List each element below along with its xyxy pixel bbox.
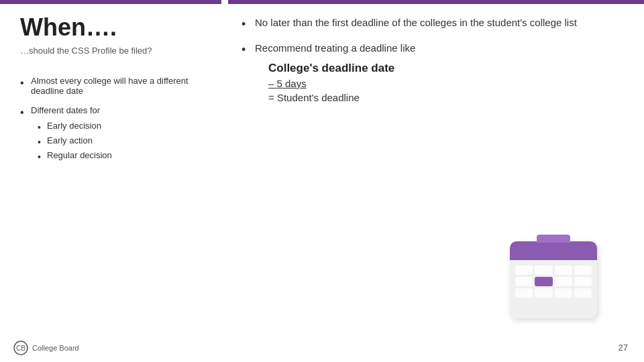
calendar-header xyxy=(510,241,597,260)
left-column: When…. …should the CSS Profile be filed?… xyxy=(20,13,221,174)
left-bullet-2-content: Different dates for • Early decision • E… xyxy=(31,105,112,165)
sub-bullet-dot-1: • xyxy=(38,122,42,133)
right-column: • No later than the first deadline of th… xyxy=(241,17,631,114)
right-bullet-2-content: Recommend treating a deadline like Colle… xyxy=(255,42,415,103)
cal-cell xyxy=(555,277,572,286)
sub-bullet-list: • Early decision • Early action • Regula… xyxy=(38,121,112,162)
calendar-illustration xyxy=(510,241,604,328)
slide-title: When…. xyxy=(20,13,221,42)
recommend-block: College's deadline date – 5 days = Stude… xyxy=(268,62,415,103)
sub-bullet-regular-decision: • Regular decision xyxy=(38,150,112,162)
sub-bullet-regular-decision-text: Regular decision xyxy=(47,150,112,160)
cal-cell xyxy=(574,265,592,275)
cal-cell xyxy=(535,265,552,275)
cal-cell xyxy=(574,277,592,286)
cal-cell xyxy=(515,265,533,275)
right-bullet-1: • No later than the first deadline of th… xyxy=(241,17,631,32)
sub-bullet-early-action-text: Early action xyxy=(47,135,93,145)
sub-bullet-early-decision: • Early decision xyxy=(38,121,112,133)
left-bullet-2: • Different dates for • Early decision •… xyxy=(20,105,221,165)
left-bullet-1-text: Almost every college will have a differe… xyxy=(31,76,221,96)
sub-bullet-early-decision-text: Early decision xyxy=(47,121,101,131)
page-number: 27 xyxy=(619,343,628,353)
left-bullet-2-text: Different dates for xyxy=(31,105,100,115)
top-bar-left xyxy=(0,0,221,4)
calendar-grid xyxy=(510,260,597,303)
cal-cell-highlighted xyxy=(535,277,552,286)
equals-student-text: = Student's deadline xyxy=(268,92,415,103)
slide-subtitle: …should the CSS Profile be filed? xyxy=(20,46,221,56)
sub-bullet-dot-2: • xyxy=(38,137,42,147)
cal-cell xyxy=(555,265,572,275)
calendar-tab xyxy=(537,235,570,243)
college-board-logo-text: College Board xyxy=(32,344,79,352)
bullet-dot-2: • xyxy=(20,107,25,119)
cal-cell xyxy=(515,288,533,298)
calendar-body xyxy=(510,241,597,318)
right-bullet-dot-2: • xyxy=(241,43,248,57)
left-bullet-1: • Almost every college will have a diffe… xyxy=(20,76,221,96)
cal-cell xyxy=(515,277,533,286)
svg-text:CB: CB xyxy=(16,345,25,352)
college-deadline-text: College's deadline date xyxy=(268,62,415,75)
bullet-dot-1: • xyxy=(20,77,25,89)
cal-cell xyxy=(535,288,552,298)
minus-sign: – xyxy=(268,78,277,89)
minus-five-days: – 5 days xyxy=(268,78,415,89)
cal-cell xyxy=(574,288,592,298)
sub-bullet-early-action: • Early action xyxy=(38,135,112,147)
recommend-text: Recommend treating a deadline like xyxy=(255,42,415,54)
logo-area: CB College Board xyxy=(13,341,79,355)
right-bullet-dot-1: • xyxy=(241,17,248,32)
right-bullet-2: • Recommend treating a deadline like Col… xyxy=(241,42,631,103)
five-days-underline: 5 days xyxy=(277,78,307,89)
cal-cell xyxy=(555,288,572,298)
right-bullet-1-text: No later than the first deadline of the … xyxy=(255,17,577,28)
top-bar-right xyxy=(228,0,644,4)
college-board-logo-icon: CB xyxy=(13,341,28,355)
sub-bullet-dot-3: • xyxy=(38,152,42,162)
